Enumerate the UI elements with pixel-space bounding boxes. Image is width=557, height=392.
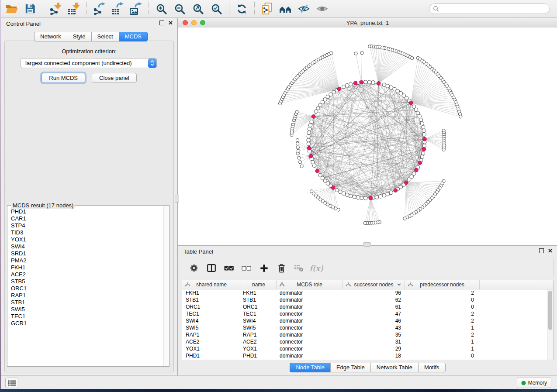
export-table-button[interactable] xyxy=(110,1,125,16)
import-network-button[interactable] xyxy=(48,1,63,16)
table-row[interactable]: RAP1RAP1dominator352 xyxy=(182,331,547,338)
network-node[interactable] xyxy=(296,138,299,141)
column-header-successor-nodes[interactable]: successor nodes xyxy=(343,280,405,289)
network-hub-node[interactable] xyxy=(377,82,381,86)
export-network-button[interactable] xyxy=(92,1,107,16)
network-node[interactable] xyxy=(318,173,322,177)
function-builder-button[interactable]: f(x) xyxy=(311,262,322,274)
table-scrollbar[interactable] xyxy=(547,289,553,360)
table-row[interactable]: ACE2ACE2connector311 xyxy=(182,338,547,345)
close-panel-icon[interactable]: ✕ xyxy=(168,21,173,25)
network-node[interactable] xyxy=(349,194,353,198)
mcds-result-item[interactable]: STB5 xyxy=(8,278,163,285)
network-node[interactable] xyxy=(399,92,402,95)
network-node[interactable] xyxy=(414,108,418,111)
search-input[interactable] xyxy=(439,4,549,13)
network-node[interactable] xyxy=(298,156,301,159)
network-hub-node[interactable] xyxy=(309,154,313,158)
network-node[interactable] xyxy=(360,196,363,199)
network-node[interactable] xyxy=(367,80,371,84)
mcds-result-item[interactable]: FKH1 xyxy=(8,264,163,271)
network-hub-node[interactable] xyxy=(415,168,419,172)
network-node[interactable] xyxy=(295,110,298,113)
delete-rows-button[interactable] xyxy=(276,262,287,274)
network-node[interactable] xyxy=(422,144,426,148)
vertical-splitter-grip[interactable] xyxy=(175,195,179,203)
network-node[interactable] xyxy=(335,188,339,192)
network-node[interactable] xyxy=(412,172,416,175)
network-node[interactable] xyxy=(316,107,320,110)
network-node[interactable] xyxy=(375,196,378,199)
table-scrollbar-thumb[interactable] xyxy=(548,291,552,330)
table-row[interactable]: ORC1ORC1dominator610 xyxy=(182,303,547,310)
mcds-result-item[interactable]: PMA2 xyxy=(8,257,163,264)
export-image-button[interactable] xyxy=(128,1,143,16)
close-panel-icon[interactable]: ✕ xyxy=(548,248,553,253)
table-row[interactable]: SWI5SWI5connector431 xyxy=(182,324,547,331)
network-node[interactable] xyxy=(382,194,386,197)
network-hub-node[interactable] xyxy=(353,81,357,85)
table-row[interactable]: TEC1TEC1connector472 xyxy=(182,310,547,317)
network-hub-node[interactable] xyxy=(404,181,408,185)
network-node[interactable] xyxy=(408,178,411,181)
network-hub-node[interactable] xyxy=(360,80,363,84)
network-node[interactable] xyxy=(421,125,425,129)
mcds-result-item[interactable]: ORC1 xyxy=(8,285,163,292)
open-session-button[interactable] xyxy=(4,1,19,16)
network-hub-node[interactable] xyxy=(418,161,422,165)
network-node[interactable] xyxy=(382,83,386,86)
network-node[interactable] xyxy=(346,193,349,196)
network-node[interactable] xyxy=(393,87,396,91)
network-node[interactable] xyxy=(311,160,315,164)
network-hub-node[interactable] xyxy=(311,115,315,119)
zoom-out-button[interactable] xyxy=(172,1,187,16)
table-row[interactable]: YOX1YOX1connector291 xyxy=(182,345,547,352)
network-node[interactable] xyxy=(442,148,445,151)
network-node[interactable] xyxy=(386,84,389,88)
network-node[interactable] xyxy=(356,196,360,199)
run-mcds-button[interactable]: Run MCDS xyxy=(42,73,85,83)
network-node[interactable] xyxy=(420,122,424,125)
network-node[interactable] xyxy=(342,85,346,89)
zoom-in-button[interactable] xyxy=(154,1,169,16)
network-canvas[interactable] xyxy=(178,28,557,245)
network-node[interactable] xyxy=(389,191,393,194)
select-all-button[interactable] xyxy=(223,262,235,274)
update-network-button[interactable] xyxy=(234,1,249,16)
tab-style[interactable]: Style xyxy=(67,32,92,41)
float-panel-icon[interactable] xyxy=(539,248,544,253)
network-hub-node[interactable] xyxy=(331,186,335,190)
mcds-result-item[interactable]: STP4 xyxy=(8,222,163,229)
network-node[interactable] xyxy=(421,151,425,155)
close-panel-button[interactable]: Close panel xyxy=(92,73,137,83)
network-node[interactable] xyxy=(308,127,311,131)
tab-node-table[interactable]: Node Table xyxy=(290,363,331,372)
network-node[interactable] xyxy=(314,110,318,113)
tab-motifs[interactable]: Motifs xyxy=(418,363,446,372)
column-header-name[interactable]: name xyxy=(241,280,277,289)
network-node[interactable] xyxy=(371,81,375,84)
save-session-button[interactable] xyxy=(23,1,38,16)
tab-mcds[interactable]: MCDS xyxy=(119,32,148,41)
mcds-result-item[interactable]: SWI5 xyxy=(8,306,163,313)
network-node[interactable] xyxy=(310,190,313,193)
network-node[interactable] xyxy=(307,142,310,146)
network-node[interactable] xyxy=(396,89,399,93)
network-node[interactable] xyxy=(307,134,310,138)
mcds-result-item[interactable]: RAP1 xyxy=(8,292,163,299)
horizontal-splitter-grip[interactable] xyxy=(363,242,371,247)
network-node[interactable] xyxy=(308,124,312,127)
table-row[interactable]: SWI4SWI4dominator462 xyxy=(182,317,547,324)
network-node[interactable] xyxy=(403,217,406,220)
zoom-selected-button[interactable] xyxy=(209,1,224,16)
network-node[interactable] xyxy=(300,165,303,168)
table-row[interactable]: STB1STB1dominator620 xyxy=(182,296,547,303)
table-row[interactable]: FKH1FKH1dominator962 xyxy=(182,289,547,296)
show-panels-menu-button[interactable] xyxy=(5,378,18,388)
network-node[interactable] xyxy=(389,86,393,89)
table-settings-button[interactable] xyxy=(188,262,200,274)
mcds-result-item[interactable]: PHD1 xyxy=(8,208,163,215)
hide-selected-button[interactable] xyxy=(296,1,311,16)
network-node[interactable] xyxy=(339,190,342,194)
network-node[interactable] xyxy=(330,52,333,55)
